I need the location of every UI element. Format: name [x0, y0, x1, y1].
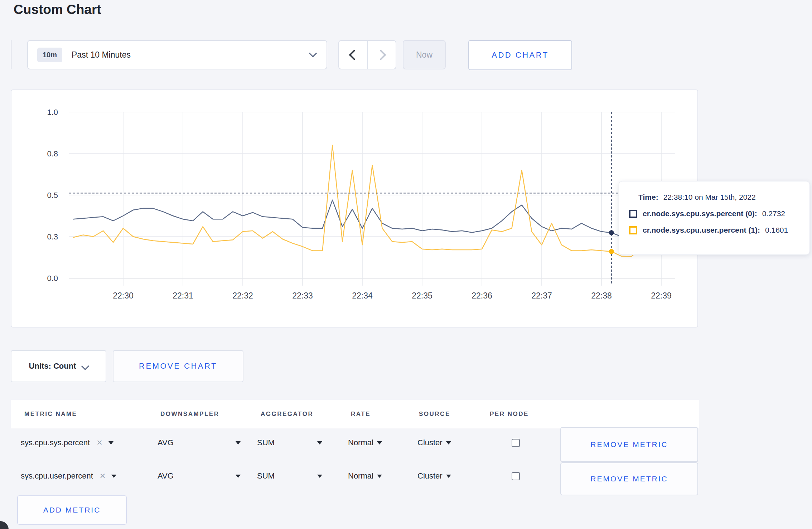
- remove-metric-label: REMOVE METRIC: [590, 475, 668, 483]
- tooltip-series-row: cr.node.sys.cpu.sys.percent (0): 0.2732: [629, 209, 809, 218]
- source-select[interactable]: Cluster: [417, 467, 451, 485]
- svg-text:22:36: 22:36: [472, 291, 492, 300]
- downsampler-value: AVG: [158, 438, 174, 447]
- col-header-rate: RATE: [351, 411, 371, 418]
- dropdown-arrow-icon: [108, 441, 113, 445]
- add-metric-label: ADD METRIC: [43, 506, 101, 514]
- now-button-label: Now: [416, 50, 432, 60]
- tooltip-time-value: 22:38:10 on Mar 15th, 2022: [663, 193, 756, 202]
- dropdown-arrow-icon: [111, 475, 116, 478]
- per-node-cell: [510, 467, 521, 485]
- svg-text:22:37: 22:37: [531, 291, 552, 300]
- chevron-down-icon: [81, 362, 90, 370]
- chevron-right-icon: [375, 49, 386, 60]
- remove-chart-button[interactable]: REMOVE CHART: [113, 350, 243, 382]
- dropdown-arrow-icon: [236, 441, 241, 445]
- svg-text:22:30: 22:30: [113, 291, 134, 300]
- svg-text:22:39: 22:39: [651, 291, 672, 300]
- page-title: Custom Chart: [14, 2, 101, 17]
- svg-text:22:32: 22:32: [232, 291, 253, 300]
- metric-name-select[interactable]: sys.cpu.sys.percent ✕: [21, 433, 113, 452]
- tooltip-sys-value: 0.2732: [762, 209, 785, 218]
- dropdown-arrow-icon: [377, 441, 382, 445]
- metrics-table-header: METRIC NAME DOWNSAMPLER AGGREGATOR RATE …: [11, 400, 699, 428]
- per-node-checkbox[interactable]: [512, 472, 520, 480]
- tooltip-user-value: 0.1601: [765, 226, 788, 234]
- rate-value: Normal: [348, 471, 373, 481]
- time-nav-group: [338, 40, 396, 69]
- next-time-button[interactable]: [367, 41, 396, 69]
- svg-text:0.8: 0.8: [47, 149, 58, 158]
- time-range-label: Past 10 Minutes: [72, 50, 131, 60]
- add-chart-button[interactable]: ADD CHART: [468, 40, 572, 70]
- chart-card: 0.00.30.50.81.022:3022:3122:3222:3322:34…: [11, 89, 698, 327]
- col-header-aggregator: AGGREGATOR: [261, 411, 313, 418]
- chart-svg[interactable]: 0.00.30.50.81.022:3022:3122:3222:3322:34…: [11, 90, 697, 327]
- rate-value: Normal: [348, 438, 373, 447]
- tooltip-time-row: Time: 22:38:10 on Mar 15th, 2022: [638, 193, 809, 202]
- chevron-left-icon: [349, 49, 359, 60]
- svg-text:22:38: 22:38: [591, 291, 612, 300]
- dropdown-arrow-icon: [446, 475, 451, 478]
- dropdown-arrow-icon: [236, 475, 241, 478]
- svg-text:22:35: 22:35: [412, 291, 432, 300]
- per-node-cell: [510, 433, 521, 452]
- time-range-badge: 10m: [37, 48, 62, 62]
- downsampler-select[interactable]: AVG: [158, 467, 241, 485]
- add-chart-label: ADD CHART: [492, 50, 548, 60]
- clear-metric-icon[interactable]: ✕: [100, 472, 106, 480]
- col-header-metric-name: METRIC NAME: [24, 411, 77, 418]
- svg-text:22:34: 22:34: [352, 291, 373, 300]
- remove-metric-button[interactable]: REMOVE METRIC: [560, 427, 698, 462]
- dropdown-arrow-icon: [446, 441, 451, 445]
- tooltip-sys-label: cr.node.sys.cpu.sys.percent (0):: [643, 209, 757, 218]
- svg-text:0.0: 0.0: [47, 274, 58, 283]
- downsampler-value: AVG: [158, 471, 174, 481]
- svg-text:22:33: 22:33: [292, 291, 313, 300]
- corner-widget-sliver: [0, 521, 9, 529]
- now-button[interactable]: Now: [403, 40, 446, 69]
- source-select[interactable]: Cluster: [417, 433, 451, 452]
- remove-metric-label: REMOVE METRIC: [590, 440, 668, 449]
- source-value: Cluster: [417, 438, 443, 447]
- source-value: Cluster: [417, 471, 443, 481]
- svg-text:0.5: 0.5: [47, 191, 58, 200]
- chevron-down-icon: [309, 49, 317, 58]
- toolbar-divider: [11, 40, 11, 69]
- remove-metric-button[interactable]: REMOVE METRIC: [560, 462, 698, 495]
- metric-name-value: sys.cpu.sys.percent: [21, 438, 90, 447]
- tooltip-series-row: cr.node.sys.cpu.user.percent (1): 0.1601: [629, 226, 809, 234]
- aggregator-value: SUM: [257, 471, 275, 481]
- remove-chart-label: REMOVE CHART: [139, 361, 217, 371]
- time-range-dropdown[interactable]: 10m Past 10 Minutes: [27, 40, 327, 69]
- rate-select[interactable]: Normal: [348, 433, 382, 452]
- metric-name-value: sys.cpu.user.percent: [21, 471, 93, 481]
- dropdown-arrow-icon: [317, 475, 322, 478]
- tooltip-time-label: Time:: [638, 193, 658, 202]
- col-header-per-node: PER NODE: [490, 411, 529, 418]
- prev-time-button[interactable]: [339, 41, 367, 69]
- user-series-swatch-icon: [629, 226, 637, 234]
- aggregator-value: SUM: [257, 438, 275, 447]
- downsampler-select[interactable]: AVG: [158, 433, 241, 452]
- aggregator-select[interactable]: SUM: [257, 467, 322, 485]
- col-header-downsampler: DOWNSAMPLER: [160, 411, 219, 418]
- tooltip-user-label: cr.node.sys.cpu.user.percent (1):: [643, 226, 760, 234]
- dropdown-arrow-icon: [317, 441, 322, 445]
- svg-text:0.3: 0.3: [47, 232, 58, 241]
- per-node-checkbox[interactable]: [512, 439, 520, 447]
- units-label: Units: Count: [29, 361, 76, 371]
- units-dropdown[interactable]: Units: Count: [11, 350, 106, 382]
- aggregator-select[interactable]: SUM: [257, 433, 322, 452]
- sys-series-swatch-icon: [629, 210, 637, 218]
- add-metric-button[interactable]: ADD METRIC: [17, 495, 127, 525]
- svg-text:22:31: 22:31: [173, 291, 193, 300]
- chart-tooltip: Time: 22:38:10 on Mar 15th, 2022 cr.node…: [619, 181, 810, 255]
- clear-metric-icon[interactable]: ✕: [96, 438, 103, 447]
- metric-name-select[interactable]: sys.cpu.user.percent ✕: [21, 467, 116, 485]
- dropdown-arrow-icon: [377, 475, 382, 478]
- rate-select[interactable]: Normal: [348, 467, 382, 485]
- col-header-source: SOURCE: [419, 411, 450, 418]
- svg-text:1.0: 1.0: [47, 108, 58, 117]
